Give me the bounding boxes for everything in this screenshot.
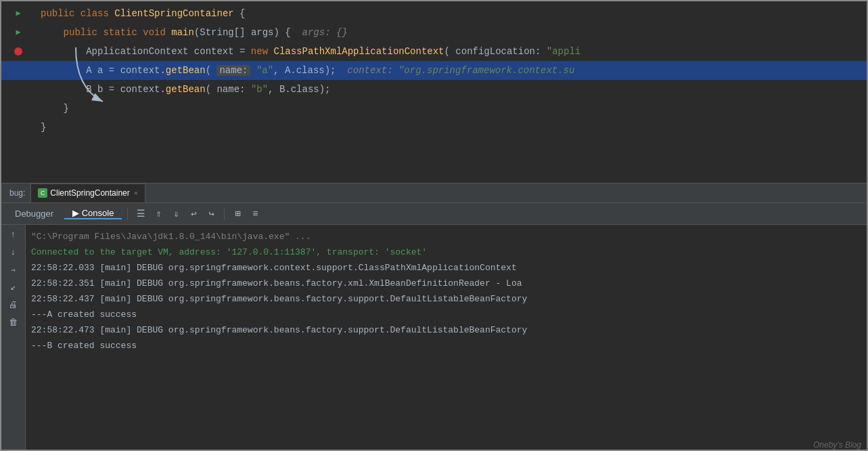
- code-line-1: ▶ public class ClientSpringContainer {: [1, 4, 867, 23]
- side-btn-filter[interactable]: ⇒: [7, 263, 20, 276]
- code-line-4: A a = context.getBean( name: "a", A.clas…: [1, 61, 867, 80]
- sep-2: [224, 208, 225, 220]
- console-wrapper: ↑ ↓ ⇒ ↙ 🖨 🗑 "C:\Program Files\Java\jdk1.…: [1, 225, 867, 451]
- code-content-7: }: [35, 118, 867, 137]
- tab-debugger[interactable]: Debugger: [7, 209, 62, 219]
- tab-label: ClientSpringContainer: [50, 188, 129, 198]
- run-icon-2[interactable]: ▶: [16, 23, 20, 42]
- side-btn-down[interactable]: ↓: [7, 245, 20, 259]
- code-content-5: B b = context.getBean( name: "b", B.clas…: [35, 80, 867, 99]
- tab-bar: bug: C ClientSpringContainer ×: [1, 183, 867, 203]
- side-btn-up[interactable]: ↑: [7, 228, 20, 241]
- code-line-6: }: [1, 99, 867, 118]
- code-content-2: public static void main(String[] args) {…: [35, 23, 867, 42]
- code-content-4: A a = context.getBean( name: "a", A.clas…: [35, 61, 867, 80]
- gutter-1: ▶: [1, 4, 35, 23]
- debug-label: bug:: [4, 188, 30, 198]
- console-side-gutter: ↑ ↓ ⇒ ↙ 🖨 🗑: [1, 225, 26, 451]
- code-content-3: ApplicationContext context = new ClassPa…: [35, 42, 867, 61]
- btn-layout[interactable]: ≡: [248, 207, 262, 221]
- tab-close-icon[interactable]: ×: [134, 189, 138, 197]
- gutter-3: [1, 47, 35, 56]
- side-btn-trash[interactable]: 🗑: [7, 316, 20, 329]
- code-line-5: B b = context.getBean( name: "b", B.clas…: [1, 80, 867, 99]
- breakpoint-3[interactable]: [14, 47, 22, 56]
- code-content-6: }: [35, 99, 867, 118]
- watermark: Oneby's Blog: [813, 440, 861, 450]
- console-line-4: 22:58:22.437 [main] DEBUG org.springfram…: [31, 291, 861, 307]
- sep-1: [127, 208, 128, 220]
- btn-scroll-down[interactable]: ⇓: [168, 207, 183, 221]
- console-line-7: ---B created success: [31, 338, 861, 353]
- console-line-5: ---A created success: [31, 307, 861, 322]
- console-output: "C:\Program Files\Java\jdk1.8.0_144\bin\…: [26, 225, 867, 451]
- run-icon-1[interactable]: ▶: [16, 4, 20, 23]
- tab-icon: C: [38, 188, 47, 198]
- code-line-7: }: [1, 118, 867, 137]
- btn-settings[interactable]: ☰: [133, 207, 148, 221]
- console-line-1: Connected to the target VM, address: '12…: [31, 244, 861, 260]
- btn-arrow-right[interactable]: ↪: [204, 207, 219, 221]
- code-line-2: ▶ public static void main(String[] args)…: [1, 23, 867, 42]
- toolbar: Debugger ▶ Console ☰ ⇑ ⇓ ↩ ↪ ⊞ ≡: [1, 203, 867, 225]
- gutter-2: ▶: [1, 23, 35, 42]
- tab-clientspringcontainer[interactable]: C ClientSpringContainer ×: [30, 184, 145, 202]
- code-editor: ▶ public class ClientSpringContainer { ▶…: [1, 1, 867, 183]
- tab-console[interactable]: ▶ Console: [64, 208, 122, 219]
- code-content-1: public class ClientSpringContainer {: [35, 4, 867, 23]
- console-line-2: 22:58:22.033 [main] DEBUG org.springfram…: [31, 260, 861, 276]
- btn-table[interactable]: ⊞: [230, 207, 245, 221]
- bottom-section: Debugger ▶ Console ☰ ⇑ ⇓ ↩ ↪ ⊞ ≡ ↑ ↓ ⇒ ↙…: [1, 203, 867, 451]
- btn-scroll-up[interactable]: ⇑: [151, 207, 166, 221]
- code-line-3: ApplicationContext context = new ClassPa…: [1, 42, 867, 61]
- console-line-0: "C:\Program Files\Java\jdk1.8.0_144\bin\…: [31, 229, 861, 244]
- btn-arrow-left[interactable]: ↩: [186, 207, 201, 221]
- console-line-3: 22:58:22.351 [main] DEBUG org.springfram…: [31, 276, 861, 291]
- side-btn-print[interactable]: 🖨: [7, 298, 20, 312]
- side-btn-collapse[interactable]: ↙: [7, 280, 20, 294]
- console-line-6: 22:58:22.473 [main] DEBUG org.springfram…: [31, 322, 861, 338]
